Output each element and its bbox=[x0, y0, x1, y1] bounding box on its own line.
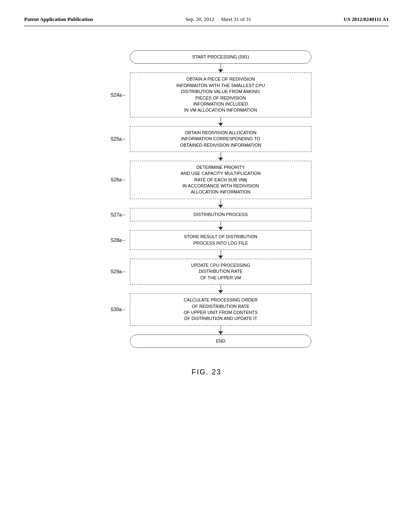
arrow-2 bbox=[218, 152, 223, 161]
arrow-3 bbox=[218, 199, 223, 208]
arrow-1 bbox=[218, 117, 223, 126]
step-box-s27a: DISTRIBUTION PROCESS bbox=[130, 208, 311, 221]
header-date: Sep. 20, 2012 bbox=[186, 16, 215, 22]
step-label-s26a: S26a← bbox=[102, 177, 130, 183]
flowchart: START PROCESSING (S81) S24a← OBTAIN A PI… bbox=[102, 50, 311, 348]
step-box-s30a: CALCULATE PROCESSING ORDEROF REDISTRIBUT… bbox=[130, 293, 311, 326]
step-label-s27a: S27a← bbox=[102, 212, 130, 218]
step-label-s29a: S29a← bbox=[102, 269, 130, 274]
start-box: START PROCESSING (S81) bbox=[130, 50, 311, 64]
step-row-s30a: S30a← CALCULATE PROCESSING ORDEROF REDIS… bbox=[102, 293, 311, 326]
step-box-s25a: OBTAIN REDIVISION ALLOCATIONINFORMATION … bbox=[130, 126, 311, 152]
start-row: START PROCESSING (S81) bbox=[102, 50, 311, 64]
header-patent-number: US 2012/0240111 A1 bbox=[344, 16, 389, 23]
step-row-s27a: S27a← DISTRIBUTION PROCESS bbox=[102, 208, 311, 221]
step-row-s24a: S24a← OBTAIN A PIECE OF REDIVISIONINFORM… bbox=[102, 73, 311, 117]
header-publication-label: Patent Application Publication bbox=[24, 16, 93, 23]
step-row-s28a: S28a← STORE RESULT OF DISTRIBUTIONPROCES… bbox=[102, 230, 311, 250]
step-box-s24a: OBTAIN A PIECE OF REDIVISIONINFORMAITON … bbox=[130, 73, 311, 117]
step-box-s29a: UPDATE CPU PROCESSINGDISTRIBUTION RATEOF… bbox=[130, 259, 311, 285]
step-box-s26a: DETERMINE PRIORITYAND USE CAPACITY MULTI… bbox=[130, 161, 311, 199]
end-box: END bbox=[130, 335, 311, 348]
arrow-0 bbox=[218, 64, 223, 73]
figure-caption: FIG. 23 bbox=[192, 368, 221, 376]
step-label-s25a: S25a← bbox=[102, 136, 130, 142]
page: Patent Application Publication Sep. 20, … bbox=[0, 0, 413, 532]
step-label-s28a: S28a← bbox=[102, 237, 130, 243]
end-row: END bbox=[102, 335, 311, 348]
arrow-5 bbox=[218, 250, 223, 259]
step-label-s24a: S24a← bbox=[102, 92, 130, 98]
step-row-s26a: S26a← DETERMINE PRIORITYAND USE CAPACITY… bbox=[102, 161, 311, 199]
header-center-info: Sep. 20, 2012 Sheet 31 of 31 bbox=[186, 16, 251, 23]
arrow-4 bbox=[218, 221, 223, 230]
step-label-s30a: S30a← bbox=[102, 307, 130, 312]
step-row-s29a: S29a← UPDATE CPU PROCESSINGDISTRIBUTION … bbox=[102, 259, 311, 285]
diagram-container: START PROCESSING (S81) S24a← OBTAIN A PI… bbox=[24, 42, 389, 384]
arrow-6 bbox=[218, 285, 223, 293]
step-row-s25a: S25a← OBTAIN REDIVISION ALLOCATIONINFORM… bbox=[102, 126, 311, 152]
step-box-s28a: STORE RESULT OF DISTRIBUTIONPROCESS INTO… bbox=[130, 230, 311, 250]
arrow-7 bbox=[218, 326, 223, 335]
page-header: Patent Application Publication Sep. 20, … bbox=[24, 16, 389, 26]
header-sheet: Sheet 31 of 31 bbox=[221, 16, 251, 22]
